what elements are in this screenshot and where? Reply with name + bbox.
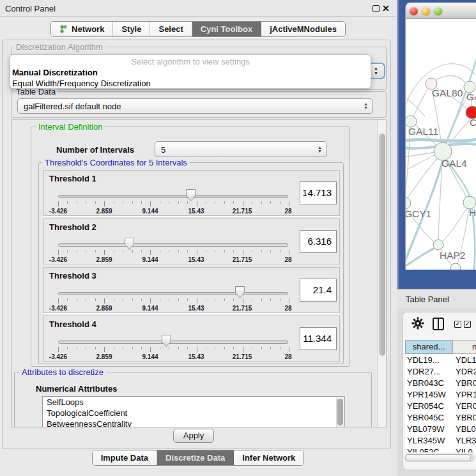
numerical-attributes-list: SelfLoops TopologicalCoefficient Between… <box>42 396 345 427</box>
tab-network-label: Network <box>72 22 104 36</box>
dropdown-prompt-item[interactable]: Select algorithm to view settings <box>10 57 371 66</box>
axis-tick-label: 15.43 <box>188 208 204 215</box>
node-table: shared... n YDL19...YDL1 YDR27...YDR2 YB… <box>405 340 476 452</box>
network-node[interactable] <box>406 197 411 209</box>
axis-tick-label: 28 <box>284 353 291 360</box>
slider-axis-labels: -3.426 2.859 9.144 15.43 21.715 28 <box>58 208 288 215</box>
apply-button[interactable]: Apply <box>173 429 214 443</box>
close-traffic-light-icon[interactable] <box>410 7 418 15</box>
tab-select[interactable]: Select <box>150 22 192 36</box>
table-row[interactable]: YIL052CYIL0 <box>405 447 476 452</box>
minimize-traffic-light-icon[interactable] <box>422 7 430 15</box>
table-panel-title: Table Panel <box>406 295 449 304</box>
float-window-icon[interactable] <box>372 5 380 12</box>
slider-major-ticks <box>58 347 289 352</box>
interval-definition-group-label: Interval Definition <box>36 123 105 131</box>
threshold-4-label: Threshold 4 <box>49 319 96 329</box>
threshold-4-value-field[interactable]: 11.344 <box>300 327 337 350</box>
threshold-1-label: Threshold 1 <box>49 174 96 183</box>
threshold-1-value-field[interactable]: 14.713 <box>300 181 337 204</box>
table-panel-header[interactable]: Table Panel <box>397 289 476 308</box>
table-row[interactable]: YPR145WYPR1 <box>405 390 476 401</box>
network-view-canvas[interactable]: GAL80GACGAL11GAL4HGCY1HAP2 <box>405 19 476 270</box>
axis-tick-label: 9.144 <box>142 353 158 360</box>
slider-axis-labels: -3.426 2.859 9.144 15.43 21.715 28 <box>58 256 288 263</box>
threshold-2-label: Threshold 2 <box>49 222 96 232</box>
table-horizontal-scrollbar[interactable] <box>404 454 475 462</box>
bottom-tabbar: Impute Data Discretize Data Infer Networ… <box>0 450 396 465</box>
spinner-icon: ▲▼ <box>318 146 322 153</box>
scrollbar-thumb[interactable] <box>405 454 471 461</box>
panel-title: Control Panel <box>5 4 56 13</box>
threshold-2-slider-track[interactable] <box>58 243 288 247</box>
panel-scrollbar[interactable] <box>377 120 387 427</box>
threshold-4-slider-thumb[interactable] <box>162 335 171 347</box>
network-node[interactable] <box>433 240 443 250</box>
dropdown-option-manual-discretization[interactable]: Manual Discretization <box>12 68 98 77</box>
table-data-combobox[interactable]: galFiltered.sif default node ▲▼ <box>17 98 373 114</box>
close-icon[interactable]: ✕ <box>382 3 390 14</box>
threshold-3-label: Threshold 3 <box>49 271 96 280</box>
tab-discretize-data[interactable]: Discretize Data <box>157 450 234 465</box>
network-window-titlebar[interactable] <box>405 3 476 19</box>
spinner-up-icon: ▲ <box>374 66 378 70</box>
settings-scrollpane: Interval Definition Number of Intervals … <box>11 119 387 427</box>
spinner-down-icon: ▼ <box>374 71 378 75</box>
table-row[interactable]: YBR043CYBR0 <box>405 378 476 390</box>
top-tabbar: Network Style Select Cyni Toolbox jActiv… <box>0 20 396 37</box>
network-node-label: GAL11 <box>408 126 438 137</box>
table-row[interactable]: YBL079WYBL0 <box>405 424 476 436</box>
threshold-1-slider-track[interactable] <box>58 195 288 198</box>
gear-icon[interactable] <box>411 317 424 330</box>
axis-tick-label: -3.426 <box>49 305 67 312</box>
list-item[interactable]: SelfLoops <box>43 397 344 408</box>
threshold-4-slider-track[interactable] <box>58 341 288 344</box>
table-row[interactable]: YER054CYER0 <box>405 401 476 413</box>
axis-tick-label: 2.859 <box>96 256 112 263</box>
axis-tick-label: 21.715 <box>233 208 252 215</box>
table-rows: YDL19...YDL1 YDR27...YDR2 YBR043CYBR0 YP… <box>405 355 476 452</box>
spinner-icon: ▲▼ <box>364 102 368 110</box>
list-scrollbar[interactable] <box>336 397 344 427</box>
dropdown-option-equal-width-frequency[interactable]: Equal Width/Frequency Discretization <box>12 79 151 88</box>
network-node-label: HAP2 <box>440 250 466 261</box>
threshold-3-value-field[interactable]: 21.4 <box>300 279 337 302</box>
tab-cyni-toolbox[interactable]: Cyni Toolbox <box>192 22 261 36</box>
threshold-1-slider-thumb[interactable] <box>186 189 196 201</box>
list-item[interactable]: BetweennessCentrality <box>43 418 344 427</box>
threshold-2-value-field[interactable]: 6.316 <box>300 230 337 253</box>
table-row[interactable]: YDL19...YDL1 <box>405 355 476 367</box>
attributes-group-label: Attributes to discretize <box>19 368 106 376</box>
table-row[interactable]: YBR045CYBR0 <box>405 413 476 424</box>
threshold-2-panel: Threshold 2 -3.426 2.859 9.144 15.43 21.… <box>43 219 340 265</box>
column-header-shared-name[interactable]: shared... <box>405 340 452 354</box>
checkbox-checked-icon[interactable]: ✓ <box>454 321 461 328</box>
threshold-3-slider-track[interactable] <box>58 292 288 295</box>
scrollbar-thumb[interactable] <box>379 134 385 356</box>
numerical-attributes-label: Numerical Attributes <box>36 384 117 394</box>
tab-impute-data[interactable]: Impute Data <box>93 450 157 465</box>
tab-jactivemnodules[interactable]: jActiveMNodules <box>261 22 345 36</box>
tab-style[interactable]: Style <box>113 22 150 36</box>
column-header-name[interactable]: n <box>452 340 476 354</box>
control-panel: Control Panel ✕ Network Style Select Cyn… <box>0 0 396 476</box>
threshold-3-slider-thumb[interactable] <box>235 286 245 298</box>
network-node-label: GAL80 <box>432 88 463 98</box>
network-node[interactable] <box>450 263 461 270</box>
discretization-algorithm-group-label: Discretization Algorithm <box>13 43 105 51</box>
network-node-label: H <box>469 207 476 218</box>
checkbox-checked-icon[interactable]: ✓ <box>464 321 471 328</box>
tab-network[interactable]: Network <box>51 22 113 36</box>
network-node-label: C <box>470 117 476 128</box>
table-row[interactable]: YDR27...YDR2 <box>405 367 476 378</box>
column-layout-icon[interactable] <box>433 318 444 330</box>
threshold-2-slider-thumb[interactable] <box>125 238 134 250</box>
list-item[interactable]: TopologicalCoefficient <box>43 408 344 418</box>
number-of-intervals-combobox[interactable]: 5 ▲▼ <box>155 141 327 157</box>
axis-tick-label: 21.715 <box>233 256 252 263</box>
table-row[interactable]: YLR345WYLR3 <box>405 436 476 447</box>
slider-major-ticks <box>58 298 289 303</box>
zoom-traffic-light-icon[interactable] <box>434 7 442 15</box>
axis-tick-label: 21.715 <box>233 353 252 360</box>
tab-infer-network[interactable]: Infer Network <box>234 450 303 465</box>
